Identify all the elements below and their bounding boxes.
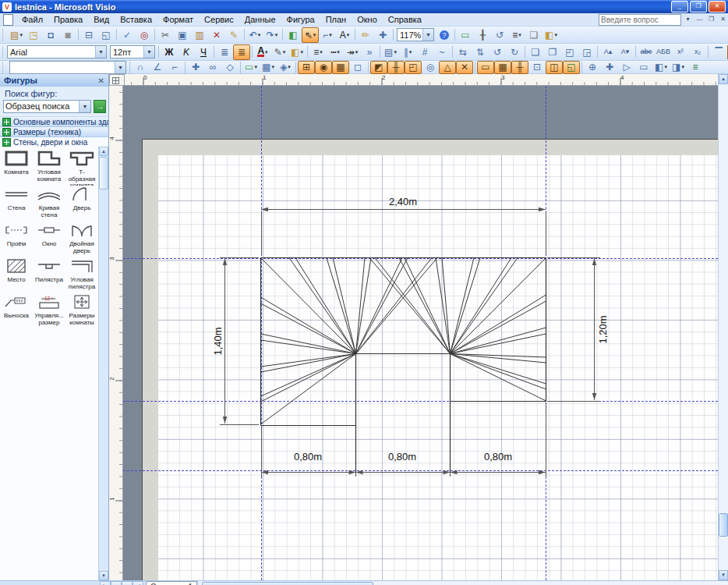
- chevron-down-icon[interactable]: ▼: [143, 46, 154, 58]
- view-guides-button[interactable]: ╫: [511, 61, 528, 74]
- glue-to-handles-button[interactable]: ◰: [405, 61, 422, 74]
- permission-button[interactable]: ◙: [59, 27, 76, 43]
- glue-to-vertices-button[interactable]: △: [439, 61, 456, 74]
- distribute-shapes-button[interactable]: ∥▾: [399, 44, 416, 60]
- pan-zoom-window-button[interactable]: ✚: [601, 61, 618, 74]
- glue-to-guides-button[interactable]: ╫: [387, 61, 405, 74]
- line-weight-2-button[interactable]: ≡▾: [309, 44, 327, 60]
- stencil-bar-2[interactable]: Размеры (техника): [0, 127, 108, 137]
- italic-button[interactable]: K: [178, 44, 195, 60]
- line-ends-button[interactable]: ↠▾: [344, 44, 361, 60]
- rotate-left-button[interactable]: ↺: [489, 44, 506, 60]
- connector-right-angle-button[interactable]: ⌐: [166, 61, 183, 74]
- stencil-bar-1[interactable]: Основные компоненты здания: [0, 117, 108, 127]
- shape-search-input[interactable]: Образец поиска ▼: [3, 100, 91, 113]
- connector-tool-button[interactable]: ⌐▾: [319, 27, 336, 43]
- spelling-button[interactable]: ✓: [118, 27, 136, 43]
- zoom-in-button[interactable]: ⊕: [584, 61, 601, 74]
- toolbar-options-button[interactable]: »: [361, 44, 378, 60]
- send-to-back-button[interactable]: ◲: [578, 44, 595, 60]
- vertical-scrollbar[interactable]: ▲ ▼: [718, 74, 728, 580]
- menu-вставка[interactable]: Вставка: [115, 14, 157, 25]
- underline-button[interactable]: Ч: [195, 44, 212, 60]
- zoom-combo[interactable]: 117%▼: [397, 28, 434, 41]
- insert-cad-drawing-button[interactable]: ◈▾: [277, 61, 294, 74]
- align-center-button[interactable]: ≣: [233, 44, 250, 60]
- menu-фигура[interactable]: Фигура: [281, 14, 320, 25]
- shape-opening[interactable]: Проём: [0, 222, 33, 257]
- insert-chart-button[interactable]: ▦▾: [260, 61, 277, 74]
- research-button[interactable]: ◎: [136, 27, 153, 43]
- cut-button[interactable]: ✂: [157, 27, 174, 43]
- menu-формат[interactable]: Формат: [157, 14, 199, 25]
- align-shapes-button[interactable]: ▤▾: [382, 44, 399, 60]
- paste-button[interactable]: ▥: [191, 27, 208, 43]
- shape-corner-pilaster[interactable]: Угловая пилястра: [65, 257, 98, 293]
- page-tab[interactable]: Страница-1: [146, 581, 197, 585]
- view-page-breaks-button[interactable]: ◫: [546, 61, 563, 74]
- layer-properties-button[interactable]: ≡: [687, 61, 704, 74]
- menu-данные[interactable]: Данные: [239, 14, 281, 25]
- shape-list-scrollbar[interactable]: ▲ ▼: [98, 147, 108, 580]
- connect-shapes-tool-button[interactable]: ∞: [204, 61, 221, 74]
- undo-button[interactable]: ↶▾: [246, 27, 263, 43]
- menu-вид[interactable]: Вид: [88, 14, 115, 25]
- minimize-button[interactable]: _: [671, 1, 688, 12]
- size-position-window-button[interactable]: ◱: [563, 61, 580, 74]
- horizontal-scrollbar[interactable]: [199, 581, 728, 585]
- shadow-button[interactable]: ❏: [525, 27, 542, 43]
- view-rulers-button[interactable]: ▭: [477, 61, 494, 74]
- next-page-button[interactable]: ▶: [122, 581, 133, 585]
- first-page-button[interactable]: ❙◀: [100, 581, 111, 585]
- last-page-button[interactable]: ▶❙: [133, 581, 143, 585]
- toggle-snap-button[interactable]: ⊞: [298, 61, 315, 74]
- shape-t-room[interactable]: Т-образная комната: [65, 150, 98, 186]
- close-button[interactable]: ✕: [709, 1, 726, 12]
- search-go-button[interactable]: →: [94, 100, 106, 113]
- ask-question-input[interactable]: [599, 14, 681, 26]
- align-left-button[interactable]: ≣: [216, 44, 233, 60]
- chevron-down-icon[interactable]: ▼: [422, 29, 433, 41]
- chevron-down-icon[interactable]: ▼: [95, 46, 106, 58]
- bring-to-front-button[interactable]: ◰: [561, 44, 578, 60]
- strikethrough-button[interactable]: abc: [638, 44, 655, 60]
- line-weight-button[interactable]: ≡▾: [508, 27, 525, 43]
- menu-сервис[interactable]: Сервис: [199, 14, 239, 25]
- doc-minimize-button[interactable]: —: [694, 15, 705, 25]
- flip-vertical-button[interactable]: ⇅: [472, 44, 489, 60]
- flip-horizontal-button[interactable]: ⇆: [454, 44, 472, 60]
- menu-правка[interactable]: Правка: [48, 14, 88, 25]
- shape-door[interactable]: Дверь: [65, 186, 98, 222]
- font-size-combo[interactable]: 12пт▼: [110, 45, 155, 58]
- decrease-font-size-button[interactable]: A▾: [617, 44, 634, 60]
- superscript-button[interactable]: x²: [672, 44, 689, 60]
- view-connection-points-button[interactable]: ⊡: [528, 61, 546, 74]
- print-preview-button[interactable]: ◱: [97, 27, 115, 43]
- pan-zoom-button[interactable]: ✚: [374, 27, 391, 43]
- view-grid-button[interactable]: ▦: [494, 61, 511, 74]
- shape-room-dimensions[interactable]: Размеры комнаты: [65, 293, 98, 329]
- new-document-button[interactable]: ▤▾: [8, 27, 25, 43]
- shapes-window-button[interactable]: ◧: [284, 27, 302, 43]
- rotate-tool-button[interactable]: ↺: [491, 27, 508, 43]
- chevron-down-icon[interactable]: ▼: [115, 62, 125, 73]
- close-icon[interactable]: ✕: [98, 76, 104, 85]
- scrollbar-thumb[interactable]: [202, 582, 373, 585]
- snap-to-intersections-button[interactable]: ◻: [349, 61, 366, 74]
- drawing-canvas[interactable]: 2,40m 1,40m 1,20m 0,80m0,80m0,80m: [123, 86, 718, 580]
- shape-room[interactable]: Комната: [0, 150, 33, 186]
- doc-close-button[interactable]: ✕: [718, 15, 728, 25]
- connector-curved-button[interactable]: ∩: [132, 61, 149, 74]
- connection-point-tool-button[interactable]: ✚: [187, 61, 204, 74]
- fill-color-button[interactable]: ◧▾: [542, 27, 560, 43]
- insert-picture-button[interactable]: ▭: [457, 27, 474, 43]
- zoom-select-button[interactable]: ◎: [422, 61, 439, 74]
- insert-picture-menu-button[interactable]: ▭▾: [242, 61, 260, 74]
- previous-page-button[interactable]: ◀: [111, 581, 122, 585]
- glue-to-connection-points-button[interactable]: ✕: [456, 61, 473, 74]
- shape-corner-room[interactable]: Угловая комната: [33, 150, 65, 186]
- shape-curved-wall[interactable]: Кривая стена: [33, 186, 65, 222]
- scrollbar-thumb[interactable]: [99, 157, 108, 190]
- align-top-button[interactable]: ▔: [710, 44, 727, 60]
- menu-файл[interactable]: Файл: [16, 14, 48, 25]
